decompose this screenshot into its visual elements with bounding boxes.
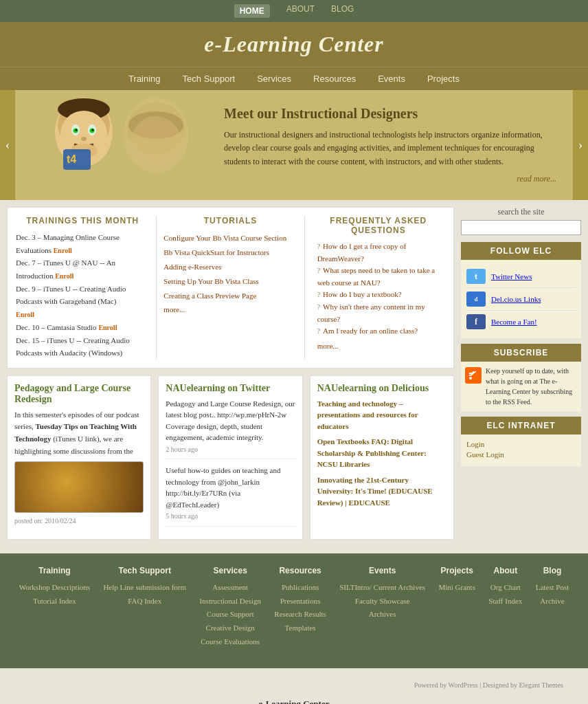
tutorial-link-4[interactable]: Setting Up Your Bb Vista Class (163, 277, 259, 285)
footer-col-tech-support: Tech Support Help Line submission form F… (103, 566, 186, 649)
delicious-column: NAUelearning on Delicious Teaching and t… (310, 375, 454, 540)
training-enroll-2[interactable]: Enroll (55, 272, 74, 280)
podcast-image (14, 461, 144, 513)
tutorials-heading: TUTORIALS (163, 216, 297, 226)
tweet-time-1: 2 hours ago (166, 446, 198, 453)
trainings-column: TRAININGS THIS MONTH Dec. 3 – Managing O… (16, 216, 149, 360)
delicious-nav-link[interactable]: Del.cio.us Links (491, 295, 541, 303)
faq-more[interactable]: more... (317, 342, 339, 350)
search-input[interactable] (461, 220, 581, 235)
follow-content: t Twitter News d Del.cio.us Links f Beco… (461, 260, 581, 338)
intranet-guest-login[interactable]: Guest Login (466, 450, 576, 459)
twitter-heading: NAUelearning on Twitter (166, 383, 295, 394)
site-title: e-Learning Center (0, 32, 588, 57)
nav-events[interactable]: Events (374, 72, 409, 86)
footer-mini-grants[interactable]: Mini Grants (438, 581, 475, 595)
nav-projects[interactable]: Projects (423, 72, 464, 86)
footer-col-resources: Resources Publications Presentations Res… (274, 566, 326, 649)
facebook-link[interactable]: Become a Fan! (491, 318, 537, 326)
delicious-link-1[interactable]: Teaching and technology – presentations … (317, 398, 446, 432)
footer-col-events: Events SILTIntro/ Current Archives Facul… (339, 566, 425, 649)
hero-image: t4 (15, 90, 207, 200)
footer-templates[interactable]: Templates (274, 622, 326, 635)
top-nav-home[interactable]: HOME (234, 4, 270, 18)
footer-faq-index[interactable]: FAQ Index (103, 595, 186, 608)
tutorial-link-1[interactable]: Configure Your Bb Vista Course Section (163, 234, 286, 242)
tweet-time-2: 5 hours ago (166, 512, 198, 520)
intranet-login[interactable]: Login (466, 440, 576, 448)
footer-creative-design[interactable]: Creative Design (199, 622, 261, 635)
footer-staff-index[interactable]: Staff Index (488, 595, 522, 608)
tutorials-more[interactable]: more... (163, 305, 185, 314)
hero-text-area: Meet our Instructional Designers Our ins… (207, 90, 573, 200)
twitter-social-item[interactable]: t Twitter News (466, 265, 576, 288)
main-content: TRAININGS THIS MONTH Dec. 3 – Managing O… (7, 207, 454, 547)
subscribe-block: SUBSCRIBE Keep yourself up to date, with… (461, 344, 581, 411)
faq-link-3[interactable]: How do I buy a textbook? (323, 290, 402, 298)
nav-tech-support[interactable]: Tech Support (179, 72, 240, 86)
tutorials-column: TUTORIALS Configure Your Bb Vista Course… (163, 216, 297, 360)
footer-instructional-design[interactable]: Instructional Design (199, 595, 261, 608)
footer-org-chart[interactable]: Org Chart (488, 581, 522, 595)
delicious-link-2[interactable]: Open Textbooks FAQ: Digital Scholarship … (317, 436, 446, 470)
search-box: search the site (461, 207, 581, 235)
footer-archive[interactable]: Archive (536, 595, 569, 608)
footer-training-heading: Training (19, 566, 90, 575)
footer-tutorial-index[interactable]: Tutorial Index (19, 595, 90, 608)
faq-list: How do I get a free copy of DreamWeaver?… (312, 241, 445, 338)
tutorial-link-2[interactable]: Bb Vista QuickStart for Instructors (163, 248, 269, 256)
top-nav-blog[interactable]: BLOG (331, 4, 354, 18)
delicious-link-3[interactable]: Innovating the 21st-Century University: … (317, 474, 446, 509)
footer-col-training: Training Workshop Descriptions Tutorial … (19, 566, 90, 649)
tutorial-link-3[interactable]: Adding e-Reserves (163, 263, 221, 271)
podcast-heading: Pedagogy and Large Course Redesign (14, 383, 144, 405)
footer-help-line[interactable]: Help Line submission form (103, 581, 186, 595)
footer-faculty-showcase[interactable]: Faculty Showcase (339, 595, 425, 608)
tweet-text: Pedagogy and Large Course Redesign, our … (166, 399, 295, 442)
nav-services[interactable]: Services (253, 72, 295, 86)
footer-publications[interactable]: Publications (274, 581, 326, 595)
footer-assessment[interactable]: Assessment (199, 581, 261, 595)
nav-resources[interactable]: Resources (309, 72, 360, 86)
hero-next-arrow[interactable]: › (573, 90, 588, 200)
footer-research-results[interactable]: Research Results (274, 608, 326, 622)
footer-latest-post[interactable]: Latest Post (536, 581, 569, 595)
footer-nav-grid: Training Workshop Descriptions Tutorial … (12, 566, 576, 649)
trainings-heading: TRAININGS THIS MONTH (16, 216, 149, 226)
faq-link-4[interactable]: Why isn't there any content in my course… (317, 302, 425, 323)
faq-link-1[interactable]: How do I get a free copy of DreamWeaver? (317, 242, 407, 263)
hero-prev-arrow[interactable]: ‹ (0, 90, 15, 200)
nav-training[interactable]: Training (124, 72, 164, 86)
training-enroll-1[interactable]: Enroll (54, 247, 72, 254)
faq-link-5[interactable]: Am I ready for an online class? (323, 327, 418, 335)
tweet-1: Pedagogy and Large Course Redesign, our … (166, 398, 295, 460)
podcast-body: In this semester's episodes of our podca… (14, 409, 144, 457)
hero-section: ‹ t4 (0, 90, 588, 200)
site-header: e-Learning Center (0, 22, 588, 67)
training-enroll-4[interactable]: Enroll (98, 324, 117, 331)
footer-course-support[interactable]: Course Support (199, 608, 261, 622)
footer-info: Powered by WordPress | Designed by Elega… (0, 668, 588, 704)
top-nav-about[interactable]: ABOUT (286, 4, 315, 18)
footer-siltintro[interactable]: SILTIntro/ Current Archives (339, 581, 425, 595)
twitter-link[interactable]: Twitter News (491, 272, 532, 280)
training-item: Dec. 10 – Camtasia Studio (16, 323, 98, 331)
footer-events-heading: Events (339, 566, 425, 575)
podcast-posted: posted on: 2010/02/24 (14, 516, 144, 527)
hero-read-more[interactable]: read more... (224, 174, 556, 184)
delicious-heading: NAUelearning on Delicious (317, 383, 446, 394)
footer-workshop-desc[interactable]: Workshop Descriptions (19, 581, 90, 595)
faq-link-2[interactable]: What steps need to be taken to take a we… (317, 266, 436, 287)
footer-archives[interactable]: Archives (339, 608, 425, 622)
training-enroll-3[interactable]: Enroll (16, 311, 34, 318)
footer-presentations[interactable]: Presentations (274, 595, 326, 608)
facebook-social-item[interactable]: f Become a Fan! (466, 311, 576, 333)
faq-column: FREQUENTLY ASKED QUESTIONS How do I get … (312, 216, 445, 360)
delicious-social-item[interactable]: d Del.cio.us Links (466, 288, 576, 311)
footer-course-evals[interactable]: Course Evaluations (199, 635, 261, 649)
tutorial-link-5[interactable]: Creating a Class Preview Page (163, 292, 256, 300)
info-columns: TRAININGS THIS MONTH Dec. 3 – Managing O… (7, 207, 454, 368)
sidebar: search the site FOLLOW ELC t Twitter New… (461, 207, 581, 547)
subscribe-heading: SUBSCRIBE (461, 344, 581, 362)
training-item: Dec. 15 – iTunes U -- Creating Audio Pod… (16, 336, 130, 358)
